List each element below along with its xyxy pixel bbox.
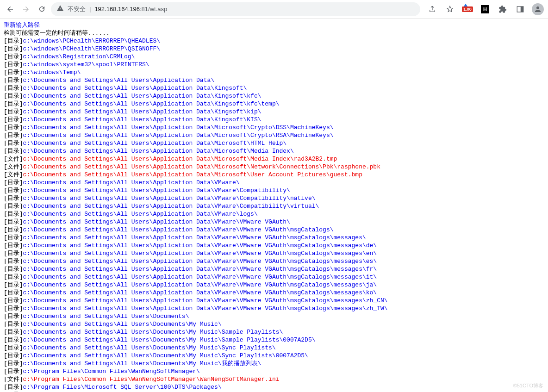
path-link[interactable]: c:\Documents and Settings\All Users\Appl… bbox=[23, 156, 337, 162]
bookmark-button[interactable] bbox=[443, 3, 456, 16]
path-link[interactable]: c:\Documents and Settings\All Users\Appl… bbox=[23, 250, 377, 257]
path-link[interactable]: c:\windows\PCHealth\ERRORREP\QHEADLES\ bbox=[23, 37, 160, 44]
file-label: [文件] bbox=[4, 171, 23, 178]
dir-label: [目录] bbox=[4, 187, 23, 194]
h-icon: H bbox=[481, 5, 489, 13]
dir-label: [目录] bbox=[4, 195, 23, 202]
dir-label: [目录] bbox=[4, 297, 23, 304]
path-link[interactable]: c:\Documents and Settings\All Users\Appl… bbox=[23, 171, 362, 178]
path-link[interactable]: c:\Program Files\Common Files\WanNengSof… bbox=[23, 376, 280, 383]
path-link[interactable]: c:\windows\PCHealth\ERRORREP\QSIGNOFF\ bbox=[23, 45, 160, 52]
path-link[interactable]: c:\Documents and Settings\All Users\Appl… bbox=[23, 281, 377, 288]
reload-button[interactable] bbox=[35, 3, 48, 16]
path-link[interactable]: c:\Documents and Settings\All Users\Appl… bbox=[23, 93, 262, 100]
path-link[interactable]: c:\Documents and Settings\All Users\Appl… bbox=[23, 203, 319, 210]
path-link[interactable]: c:\Documents and Settings\All Users\Docu… bbox=[23, 344, 276, 351]
listing-row: [目录]c:\Documents and Settings\All Users\… bbox=[4, 352, 544, 360]
listing-row: [目录]c:\windows\system32\spool\PRINTERS\ bbox=[4, 61, 544, 68]
extension-h[interactable]: H bbox=[479, 3, 492, 16]
back-button[interactable] bbox=[4, 3, 17, 16]
listing-row: [目录]c:\Documents and Settings\All Users\… bbox=[4, 92, 544, 100]
path-link[interactable]: c:\Documents and Settings\All Users\Appl… bbox=[23, 100, 280, 107]
badge-icon: 1.00 bbox=[462, 6, 473, 12]
dir-label: [目录] bbox=[4, 45, 23, 52]
path-link[interactable]: c:\Documents and Settings\All Users\Appl… bbox=[23, 195, 316, 202]
listing-row: [目录]c:\Documents and Settings\All Users\… bbox=[4, 179, 544, 187]
path-link[interactable]: c:\Documents and Settings\All Users\Appl… bbox=[23, 218, 290, 225]
path-link[interactable]: c:\Documents and Settings\All Users\Docu… bbox=[23, 352, 308, 359]
listing-row: [目录]c:\Documents and Settings\All Users\… bbox=[4, 139, 544, 147]
panel-icon bbox=[516, 5, 524, 13]
dir-label: [目录] bbox=[4, 211, 23, 218]
file-label: [文件] bbox=[4, 163, 23, 170]
dir-label: [目录] bbox=[4, 234, 23, 241]
dir-label: [目录] bbox=[4, 281, 23, 288]
path-link[interactable]: c:\Documents and Settings\All Users\Appl… bbox=[23, 226, 334, 233]
path-link[interactable]: c:\Documents and Settings\All Users\Appl… bbox=[23, 108, 262, 115]
separator: | bbox=[89, 6, 91, 12]
path-link[interactable]: c:\Documents and Settings\All Users\Docu… bbox=[23, 321, 222, 328]
path-link[interactable]: c:\Documents and Settings\All Users\Docu… bbox=[23, 360, 262, 367]
path-link[interactable]: c:\Documents and Settings\All Users\Docu… bbox=[23, 313, 189, 320]
warning-icon bbox=[56, 5, 64, 13]
path-link[interactable]: c:\Documents and Settings\All Users\Appl… bbox=[23, 211, 258, 218]
listing-row: [目录]c:\Documents and Settings\All Users\… bbox=[4, 249, 544, 257]
listing-row: [文件]c:\Documents and Settings\All Users\… bbox=[4, 171, 544, 179]
path-link[interactable]: c:\Documents and Settings\All Users\Appl… bbox=[23, 266, 377, 273]
dir-label: [目录] bbox=[4, 37, 23, 44]
path-link[interactable]: c:\Documents and Settings\All Users\Appl… bbox=[23, 124, 334, 131]
dir-label: [目录] bbox=[4, 77, 23, 84]
path-link[interactable]: c:\Documents and Settings\All Users\Appl… bbox=[23, 297, 388, 304]
path-link[interactable]: c:\Documents and Settings\All Users\Appl… bbox=[23, 140, 287, 147]
listing-row: [文件]c:\Program Files\Common Files\WanNen… bbox=[4, 375, 544, 383]
watermark: ©51CTO博客 bbox=[513, 382, 543, 389]
path-link[interactable]: c:\Documents and Settings\All Users\Appl… bbox=[23, 132, 334, 139]
listing-row: [目录]c:\Documents and Settings\All Users\… bbox=[4, 281, 544, 289]
listing-row: [目录]c:\Documents and Settings\All Users\… bbox=[4, 312, 544, 320]
listing-row: [目录]c:\Documents and Settings\All Users\… bbox=[4, 124, 544, 131]
path-link[interactable]: c:\Documents and Settings\All Users\Docu… bbox=[23, 336, 316, 343]
avatar-icon bbox=[532, 3, 544, 15]
profile-button[interactable] bbox=[531, 3, 544, 16]
path-link[interactable]: c:\Documents and Settings\All Users\Appl… bbox=[23, 258, 377, 265]
path-link[interactable]: c:\Program Files\Microsoft SQL Server\10… bbox=[23, 384, 222, 391]
path-link[interactable]: c:\windows\system32\spool\PRINTERS\ bbox=[23, 61, 149, 68]
dir-label: [目录] bbox=[4, 384, 23, 391]
path-link[interactable]: c:\windows\Temp\ bbox=[23, 69, 81, 76]
path-link[interactable]: c:\Documents and Settings\All Users\Appl… bbox=[23, 148, 294, 155]
path-link[interactable]: c:\Documents and Settings\All Users\Appl… bbox=[23, 179, 240, 186]
path-link[interactable]: c:\Documents and Settings\All Users\Appl… bbox=[23, 289, 377, 296]
dir-label: [目录] bbox=[4, 250, 23, 257]
path-link[interactable]: c:\windows\Registration\CRMLog\ bbox=[23, 53, 135, 60]
path-link[interactable]: c:\Program Files\Common Files\WanNengSof… bbox=[23, 368, 200, 375]
path-link[interactable]: c:\Documents and Settings\All Users\Appl… bbox=[23, 77, 214, 84]
extensions-button[interactable] bbox=[496, 3, 509, 16]
dir-label: [目录] bbox=[4, 344, 23, 351]
path-link[interactable]: c:\Documents and Settings\All Users\Appl… bbox=[23, 274, 377, 280]
path-link[interactable]: c:\Documents and Settings\All Users\Appl… bbox=[23, 116, 262, 123]
path-link[interactable]: c:\Documents and Settings\All Users\Appl… bbox=[23, 187, 290, 194]
listing-row: [目录]c:\Documents and Settings\All Users\… bbox=[4, 328, 544, 336]
puzzle-icon bbox=[498, 5, 507, 13]
directory-listing: [目录]c:\windows\PCHealth\ERRORREP\QHEADLE… bbox=[4, 37, 544, 392]
extension-badge[interactable]: 1.00 bbox=[461, 3, 474, 16]
path-link[interactable]: c:\Documents and Settings\All Users\Appl… bbox=[23, 85, 247, 92]
path-link[interactable]: c:\Documents and Settings\All Users\Docu… bbox=[23, 329, 283, 336]
listing-row: [目录]c:\windows\PCHealth\ERRORREP\QHEADLE… bbox=[4, 37, 544, 45]
path-link[interactable]: c:\Documents and Settings\All Users\Appl… bbox=[23, 305, 388, 312]
listing-row: [目录]c:\Documents and Settings\All Users\… bbox=[4, 234, 544, 242]
dir-label: [目录] bbox=[4, 368, 23, 375]
share-button[interactable] bbox=[426, 3, 439, 16]
path-link[interactable]: c:\Documents and Settings\All Users\Appl… bbox=[23, 242, 377, 249]
listing-row: [目录]c:\Documents and Settings\All Users\… bbox=[4, 108, 544, 116]
reinput-path-link[interactable]: 重新输入路径 bbox=[4, 21, 544, 29]
address-bar[interactable]: 不安全 | 192.168.164.196:81/wt.asp bbox=[51, 2, 420, 16]
path-link[interactable]: c:\Documents and Settings\All Users\Appl… bbox=[23, 163, 380, 170]
path-link[interactable]: c:\Documents and Settings\All Users\Appl… bbox=[23, 234, 366, 241]
forward-button[interactable] bbox=[19, 3, 32, 16]
file-label: [文件] bbox=[4, 156, 23, 162]
listing-row: [目录]c:\Documents and Settings\All Users\… bbox=[4, 344, 544, 352]
file-label: [文件] bbox=[4, 376, 23, 383]
dir-label: [目录] bbox=[4, 226, 23, 233]
side-panel-button[interactable] bbox=[514, 3, 527, 16]
